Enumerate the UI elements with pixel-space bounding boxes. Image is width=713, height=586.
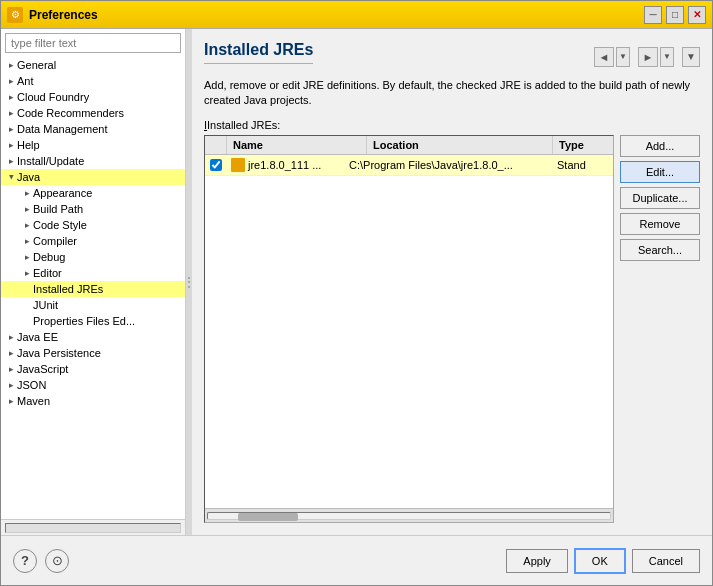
tree-item-maven[interactable]: Maven xyxy=(1,393,185,409)
tree-arrow-install-update xyxy=(5,155,17,167)
tree-item-java-ee[interactable]: Java EE xyxy=(1,329,185,345)
th-check xyxy=(205,136,227,154)
tree-item-java[interactable]: Java xyxy=(1,169,185,185)
nav-forward-dropdown[interactable]: ▼ xyxy=(660,47,674,67)
tree-arrow-code-style xyxy=(21,219,33,231)
right-panel: Installed JREs ◄ ▼ ► ▼ ▼ Add, remove or … xyxy=(192,29,712,535)
tree-item-general[interactable]: General xyxy=(1,57,185,73)
tree-label-editor: Editor xyxy=(33,267,62,279)
tree-arrow-java-persistence xyxy=(5,347,17,359)
cancel-button[interactable]: Cancel xyxy=(632,549,700,573)
jre-checkbox[interactable] xyxy=(210,159,222,171)
tree-label-javascript: JavaScript xyxy=(17,363,68,375)
tree-arrow-javascript xyxy=(5,363,17,375)
tree-item-compiler[interactable]: Compiler xyxy=(1,233,185,249)
nav-back-button[interactable]: ◄ xyxy=(594,47,614,67)
th-location[interactable]: Location xyxy=(367,136,553,154)
tree-item-junit[interactable]: JUnit xyxy=(1,297,185,313)
nav-forward-button[interactable]: ► xyxy=(638,47,658,67)
tree-arrow-java xyxy=(5,171,17,183)
tree-label-java: Java xyxy=(17,171,40,183)
jre-type-cell: Stand xyxy=(553,156,613,174)
tree-item-code-style[interactable]: Code Style xyxy=(1,217,185,233)
resize-handle[interactable] xyxy=(186,29,192,535)
action-buttons: Add... Edit... Duplicate... Remove Searc… xyxy=(620,135,700,523)
tree-item-editor[interactable]: Editor xyxy=(1,265,185,281)
preferences-icon-button[interactable]: ⊙ xyxy=(45,549,69,573)
panel-description: Add, remove or edit JRE definitions. By … xyxy=(204,78,700,109)
tree-item-cloud-foundry[interactable]: Cloud Foundry xyxy=(1,89,185,105)
tree-arrow-code-recommenders xyxy=(5,107,17,119)
preferences-window: ⚙ Preferences ─ □ ✕ GeneralAntCloud Foun… xyxy=(0,0,713,586)
tree-arrow-json xyxy=(5,379,17,391)
hscroll-track[interactable] xyxy=(207,512,611,520)
tree-label-ant: Ant xyxy=(17,75,34,87)
tree-label-json: JSON xyxy=(17,379,46,391)
tree-label-appearance: Appearance xyxy=(33,187,92,199)
table-hscroll[interactable] xyxy=(205,508,613,522)
tree-arrow-debug xyxy=(21,251,33,263)
maximize-button[interactable]: □ xyxy=(666,6,684,24)
tree-arrow-help xyxy=(5,139,17,151)
tree-item-data-management[interactable]: Data Management xyxy=(1,121,185,137)
jre-table-area: Name Location Type jre1.8 xyxy=(204,135,700,523)
nav-bar: Installed JREs ◄ ▼ ► ▼ ▼ xyxy=(204,41,700,72)
main-content: GeneralAntCloud FoundryCode Recommenders… xyxy=(1,29,712,535)
tree-label-compiler: Compiler xyxy=(33,235,77,247)
tree-arrow-data-management xyxy=(5,123,17,135)
hscroll-thumb[interactable] xyxy=(238,513,298,521)
tree-arrow-editor xyxy=(21,267,33,279)
duplicate-button[interactable]: Duplicate... xyxy=(620,187,700,209)
tree-item-install-update[interactable]: Install/Update xyxy=(1,153,185,169)
tree-arrow-compiler xyxy=(21,235,33,247)
tree-item-ant[interactable]: Ant xyxy=(1,73,185,89)
tree-item-installed-jres[interactable]: Installed JREs xyxy=(1,281,185,297)
jre-icon xyxy=(231,158,245,172)
tree-item-build-path[interactable]: Build Path xyxy=(1,201,185,217)
jre-table-body: jre1.8.0_111 ... C:\Program Files\Java\j… xyxy=(205,155,613,508)
filter-input[interactable] xyxy=(5,33,181,53)
table-row[interactable]: jre1.8.0_111 ... C:\Program Files\Java\j… xyxy=(205,155,613,176)
jre-checkbox-cell[interactable] xyxy=(205,156,227,174)
tree-label-install-update: Install/Update xyxy=(17,155,84,167)
title-bar: ⚙ Preferences ─ □ ✕ xyxy=(1,1,712,29)
tree-item-debug[interactable]: Debug xyxy=(1,249,185,265)
minimize-button[interactable]: ─ xyxy=(644,6,662,24)
tree-label-java-ee: Java EE xyxy=(17,331,58,343)
tree-item-java-persistence[interactable]: Java Persistence xyxy=(1,345,185,361)
tree-item-properties-files-editor[interactable]: Properties Files Ed... xyxy=(1,313,185,329)
tree-label-java-persistence: Java Persistence xyxy=(17,347,101,359)
jre-name-cell: jre1.8.0_111 ... xyxy=(227,155,345,175)
th-type[interactable]: Type xyxy=(553,136,613,154)
close-button[interactable]: ✕ xyxy=(688,6,706,24)
left-hscroll[interactable] xyxy=(5,523,181,533)
jre-table-header: Name Location Type xyxy=(205,136,613,155)
apply-button[interactable]: Apply xyxy=(506,549,568,573)
tree-arrow-appearance xyxy=(21,187,33,199)
th-name[interactable]: Name xyxy=(227,136,367,154)
jre-location-cell: C:\Program Files\Java\jre1.8.0_... xyxy=(345,156,553,174)
tree-label-help: Help xyxy=(17,139,40,151)
left-scrollbar[interactable] xyxy=(1,519,185,535)
nav-menu-button[interactable]: ▼ xyxy=(682,47,700,67)
ok-button[interactable]: OK xyxy=(574,548,626,574)
edit-button[interactable]: Edit... xyxy=(620,161,700,183)
tree-item-javascript[interactable]: JavaScript xyxy=(1,361,185,377)
jre-name: jre1.8.0_111 ... xyxy=(248,159,321,171)
panel-title: Installed JREs xyxy=(204,41,313,64)
nav-back-dropdown[interactable]: ▼ xyxy=(616,47,630,67)
tree-arrow-maven xyxy=(5,395,17,407)
add-button[interactable]: Add... xyxy=(620,135,700,157)
bottom-bar: ? ⊙ Apply OK Cancel xyxy=(1,535,712,585)
tree-item-help[interactable]: Help xyxy=(1,137,185,153)
tree-item-code-recommenders[interactable]: Code Recommenders xyxy=(1,105,185,121)
left-panel: GeneralAntCloud FoundryCode Recommenders… xyxy=(1,29,186,535)
tree-item-appearance[interactable]: Appearance xyxy=(1,185,185,201)
tree-label-code-style: Code Style xyxy=(33,219,87,231)
remove-button[interactable]: Remove xyxy=(620,213,700,235)
tree-item-json[interactable]: JSON xyxy=(1,377,185,393)
search-button[interactable]: Search... xyxy=(620,239,700,261)
help-button[interactable]: ? xyxy=(13,549,37,573)
tree-arrow-cloud-foundry xyxy=(5,91,17,103)
tree-container: GeneralAntCloud FoundryCode Recommenders… xyxy=(1,57,185,519)
